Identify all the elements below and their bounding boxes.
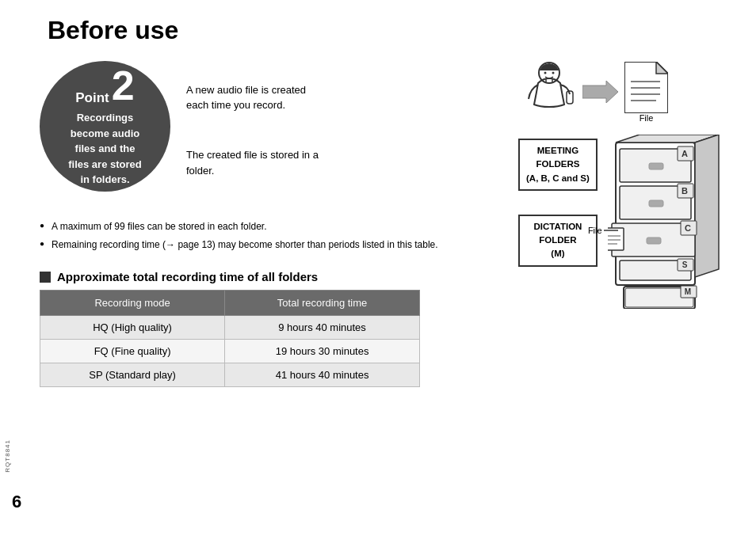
recording-table: Recording mode Total recording time HQ (…: [40, 290, 420, 387]
right-column: File MEETINGFOLDERS(A, B, C and S) DICTA…: [518, 61, 732, 387]
person-illustration: [522, 61, 576, 123]
svg-marker-15: [695, 135, 719, 277]
table-row: FQ (Fine quality)19 hours 30 minutes: [40, 340, 420, 363]
svg-rect-17: [649, 163, 663, 169]
file-label-right-container: File: [588, 226, 620, 235]
col1-header: Recording mode: [40, 291, 225, 316]
svg-point-3: [552, 72, 555, 74]
cabinet-svg: A B C: [608, 135, 727, 309]
top-right-row: File: [522, 61, 732, 123]
dictation-folder-badge: DICTATIONFOLDER(M): [518, 215, 598, 267]
arrow-right-icon: [582, 81, 618, 103]
file-label-top: File: [640, 113, 654, 123]
bullet1: A maximum of 99 files can be stored in e…: [40, 219, 510, 234]
svg-marker-6: [582, 81, 618, 103]
bullets-section: A maximum of 99 files can be stored in e…: [40, 219, 510, 256]
svg-text:C: C: [685, 223, 691, 233]
main-layout: Point 2 Recordingsbecome audiofiles and …: [40, 61, 732, 387]
mode-cell: SP (Standard play): [40, 363, 225, 387]
desc1: A new audio file is created each time yo…: [186, 82, 321, 113]
mode-cell: HQ (High quality): [40, 316, 225, 340]
svg-point-2: [544, 72, 547, 74]
square-bullet-icon: [40, 272, 51, 283]
table-row: SP (Standard play)41 hours 40 minutes: [40, 363, 420, 387]
file-label-right: File: [588, 226, 602, 235]
svg-rect-21: [649, 200, 663, 207]
bottom-right-row: MEETINGFOLDERS(A, B, C and S) DICTATIONF…: [518, 135, 732, 312]
mode-cell: FQ (Fine quality): [40, 340, 225, 363]
time-cell: 19 hours 30 minutes: [225, 340, 420, 363]
file-icon-top: [624, 62, 668, 113]
svg-marker-8: [656, 62, 668, 74]
point-badge: Point 2 Recordingsbecome audiofiles and …: [40, 61, 170, 192]
col2-header: Total recording time: [225, 291, 420, 316]
svg-text:A: A: [682, 149, 688, 158]
point-description: Recordingsbecome audiofiles and thefiles…: [68, 110, 142, 188]
top-row: Point 2 Recordingsbecome audiofiles and …: [40, 61, 510, 196]
left-column: Point 2 Recordingsbecome audiofiles and …: [40, 61, 510, 387]
table-heading: Approximate total recording time of all …: [40, 270, 510, 283]
meeting-folders-text: MEETINGFOLDERS(A, B, C and S): [526, 146, 590, 183]
side-text: RQT8841: [4, 439, 11, 473]
page-container: RQT8841 Before use Point 2 Recordingsbec…: [0, 0, 756, 536]
file-top-container: File: [624, 62, 668, 123]
point-label: Point: [75, 90, 109, 106]
svg-text:B: B: [682, 186, 688, 196]
meeting-folders-badge: MEETINGFOLDERS(A, B, C and S): [518, 139, 598, 191]
time-cell: 9 hours 40 minutes: [225, 316, 420, 340]
descriptions: A new audio file is created each time yo…: [186, 65, 321, 196]
desc2: The created file is stored in a folder.: [186, 147, 321, 178]
cabinet-illustration: A B C: [608, 135, 727, 312]
dictation-folder-text: DICTATIONFOLDER(M): [533, 222, 582, 259]
table-heading-text: Approximate total recording time of all …: [57, 270, 318, 283]
page-title: Before use: [48, 16, 732, 45]
folder-labels: MEETINGFOLDERS(A, B, C and S) DICTATIONF…: [518, 139, 598, 267]
file-label-arrow: [604, 226, 620, 234]
svg-text:M: M: [685, 287, 691, 296]
page-number: 6: [12, 492, 21, 512]
svg-rect-25: [647, 238, 661, 244]
svg-text:S: S: [682, 260, 688, 269]
point-number: 2: [112, 65, 135, 106]
table-row: HQ (High quality)9 hours 40 minutes: [40, 316, 420, 340]
time-cell: 41 hours 40 minutes: [225, 363, 420, 387]
bullet2: Remaining recording time (→ page 13) may…: [40, 238, 510, 252]
